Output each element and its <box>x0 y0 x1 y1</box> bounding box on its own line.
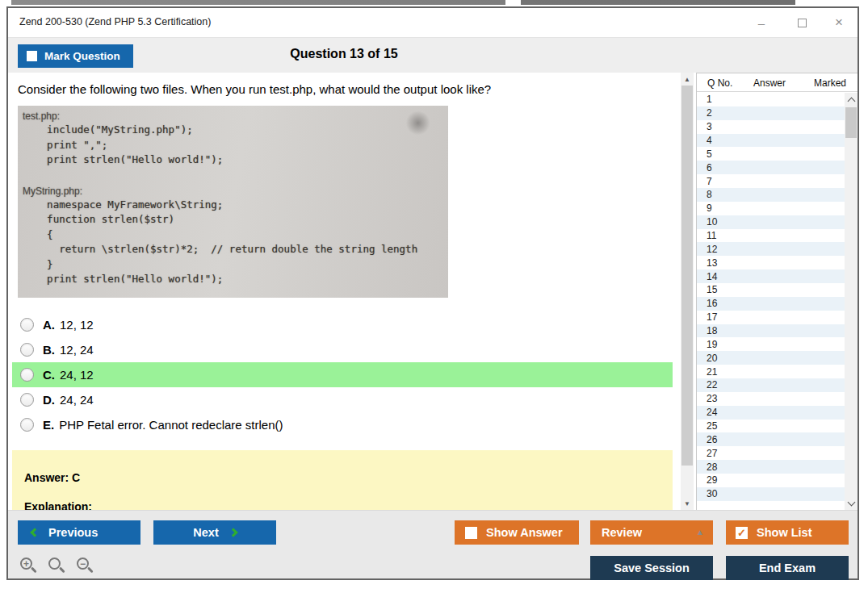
minimize-button[interactable]: – <box>749 8 774 37</box>
option-radio[interactable] <box>20 343 34 357</box>
question-list-scrollbar[interactable] <box>845 93 858 510</box>
question-row[interactable]: 27 <box>697 446 845 460</box>
question-row[interactable]: 24 <box>697 406 845 420</box>
qno-cell: 23 <box>707 393 753 404</box>
question-row[interactable]: 20 <box>697 351 845 365</box>
qno-cell: 15 <box>707 284 753 295</box>
main-content: Consider the following two files. When y… <box>8 73 681 510</box>
question-row[interactable]: 17 <box>697 311 845 324</box>
question-row[interactable]: 26 <box>697 432 845 446</box>
main-scrollbar[interactable]: ▲ ▼ <box>681 73 694 510</box>
qno-cell: 17 <box>707 311 753 323</box>
question-row[interactable]: 6 <box>697 161 845 174</box>
end-exam-button[interactable]: End Exam <box>726 556 849 580</box>
list-scrollbar-thumb[interactable] <box>845 107 857 138</box>
qno-cell: 12 <box>707 244 753 255</box>
code-file2-label: MyString.php: <box>23 185 448 198</box>
previous-button[interactable]: Previous <box>18 520 140 545</box>
question-row[interactable]: 5 <box>697 147 845 161</box>
question-row[interactable]: 10 <box>697 215 845 229</box>
code-line: { <box>23 228 448 243</box>
option-radio[interactable] <box>20 393 34 407</box>
qno-cell: 2 <box>707 107 753 119</box>
question-row[interactable]: 19 <box>697 337 845 351</box>
scroll-down-button[interactable]: ▼ <box>681 497 694 510</box>
zoom-in-button[interactable]: + <box>20 558 38 575</box>
code-file2-lines: namespace MyFramework\String; function s… <box>23 198 448 287</box>
option-row[interactable]: D. 24, 24 <box>12 387 673 412</box>
zoom-out-button[interactable]: − <box>77 558 94 575</box>
code-line: print ","; <box>23 138 448 153</box>
check-icon: ✓ <box>737 528 746 538</box>
question-row[interactable]: 29 <box>697 474 845 487</box>
question-row[interactable]: 16 <box>697 297 845 311</box>
scroll-up-button[interactable]: ▲ <box>681 73 694 86</box>
qno-cell: 28 <box>707 461 753 473</box>
option-letter: D. <box>43 393 55 407</box>
question-row[interactable]: 25 <box>697 420 845 433</box>
column-header-qno: Q No. <box>707 77 732 89</box>
question-row[interactable]: 30 <box>697 487 845 501</box>
question-row[interactable]: 18 <box>697 324 845 338</box>
show-answer-checkbox[interactable] <box>465 527 477 539</box>
question-row[interactable]: 1 <box>697 93 845 106</box>
question-list-rows: 1 2 3 4 <box>697 93 845 510</box>
chevron-down-icon <box>847 498 855 506</box>
option-row[interactable]: E. PHP Fetal error. Cannot redeclare str… <box>12 412 673 437</box>
question-row[interactable]: 7 <box>697 174 845 188</box>
question-row[interactable]: 13 <box>697 256 845 269</box>
question-row[interactable]: 3 <box>697 120 845 134</box>
option-row[interactable]: A. 12, 12 <box>12 312 673 337</box>
question-row[interactable]: 14 <box>697 269 845 283</box>
question-row[interactable]: 28 <box>697 460 845 474</box>
question-row[interactable]: 23 <box>697 392 845 406</box>
qno-cell: 22 <box>707 379 753 390</box>
option-letter: E. <box>43 418 54 432</box>
option-radio[interactable] <box>20 318 34 332</box>
chevron-left-icon <box>30 528 39 537</box>
show-answer-label: Show Answer <box>486 526 563 539</box>
review-dropdown[interactable]: Review ▲ <box>590 520 713 545</box>
option-text: 24, 12 <box>60 368 94 382</box>
question-row[interactable]: 22 <box>697 378 845 392</box>
option-row[interactable]: B. 12, 24 <box>12 337 673 362</box>
minimize-icon: – <box>758 16 765 30</box>
option-radio[interactable] <box>20 368 34 382</box>
background-artifact <box>11 0 795 5</box>
close-button[interactable]: × <box>827 8 851 37</box>
show-answer-button[interactable]: Show Answer <box>455 520 579 545</box>
question-prompt: Consider the following two files. When y… <box>18 82 491 96</box>
next-button[interactable]: Next <box>153 520 276 545</box>
option-row[interactable]: C. 24, 12 <box>12 362 673 387</box>
code-line: include("MyString.php"); <box>23 123 448 138</box>
scroll-down-icon: ▼ <box>684 500 690 507</box>
question-row[interactable]: 11 <box>697 229 845 243</box>
zoom-reset-button[interactable] <box>48 558 66 575</box>
qno-cell: 1 <box>707 94 753 105</box>
question-row[interactable]: 2 <box>697 106 845 120</box>
save-session-button[interactable]: Save Session <box>590 556 713 580</box>
question-row[interactable]: 12 <box>697 242 845 256</box>
show-list-checkbox[interactable]: ✓ <box>736 527 748 539</box>
review-label: Review <box>602 526 642 539</box>
list-scroll-down-button[interactable] <box>845 497 858 510</box>
maximize-button[interactable] <box>790 8 814 37</box>
option-letter: C. <box>43 368 55 382</box>
question-row[interactable]: 8 <box>697 188 845 202</box>
qno-cell: 21 <box>707 366 753 378</box>
end-exam-label: End Exam <box>759 562 816 574</box>
window-title: Zend 200-530 (Zend PHP 5.3 Certification… <box>19 16 211 27</box>
main-scrollbar-thumb[interactable] <box>681 86 693 466</box>
question-row[interactable]: 21 <box>697 365 845 378</box>
show-list-button[interactable]: ✓ Show List <box>726 520 849 545</box>
column-header-answer: Answer <box>753 77 786 89</box>
question-row[interactable]: 15 <box>697 283 845 297</box>
question-row[interactable]: 4 <box>697 134 845 148</box>
qno-cell: 27 <box>707 448 753 459</box>
zoom-out-handle <box>87 567 93 573</box>
option-radio[interactable] <box>20 418 34 432</box>
list-scroll-up-button[interactable] <box>845 93 858 106</box>
question-row[interactable]: 9 <box>697 202 845 215</box>
app-window: Zend 200-530 (Zend PHP 5.3 Certification… <box>6 6 859 580</box>
qno-cell: 8 <box>707 189 753 200</box>
